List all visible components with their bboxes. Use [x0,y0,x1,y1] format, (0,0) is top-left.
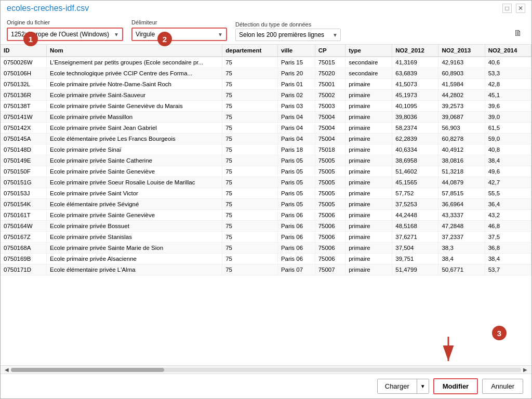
table-cell: 36,4 [485,199,531,210]
table-cell: primaire [345,166,392,177]
table-cell: 75003 [315,101,345,112]
table-cell: 47,2848 [438,221,485,232]
table-cell: 75005 [315,199,345,210]
table-cell: 75020 [315,68,345,79]
table-cell: Ecole primaire privée Saint Jean Gabriel [47,123,222,134]
scroll-thumb[interactable] [11,368,164,372]
close-button[interactable]: ✕ [516,4,525,13]
table-cell: 75005 [315,188,345,199]
table-row: 0750164WEcole primaire privée Bossuet75P… [1,221,531,232]
detection-select-wrap: Selon les 200 premières lignes Selon les… [235,29,341,41]
toolbar-right: 🗎 [511,28,525,39]
table-cell: 75 [222,134,278,144]
table-cell: 75007 [315,264,345,275]
table-cell: 37,504 [392,243,438,254]
table-cell: 40,1095 [392,101,438,112]
table-cell: 75 [222,112,278,123]
table-cell: 75 [222,144,278,155]
table-cell: Ecole primaire privée Sinaï [47,144,222,155]
charger-main-button[interactable]: Charger [378,379,417,393]
table-cell: 41,5073 [392,79,438,90]
table-cell: 75006 [315,254,345,264]
table-cell: 75 [222,123,278,134]
scroll-right-button[interactable]: ▶ [521,367,529,373]
table-cell: Ecole primaire privée Stanislas [47,232,222,243]
table-cell: 0750026W [1,57,47,68]
table-row: 0750132LEcole primaire privée Notre-Dame… [1,79,531,90]
table-cell: 59,0 [485,134,531,144]
table-cell: 75006 [315,221,345,232]
delimiter-group: Délimiteur Virgule Point-virgule Tabulat… [131,19,227,41]
table-cell: 75002 [315,90,345,101]
minimize-button[interactable]: □ [502,4,512,13]
scroll-left-button[interactable]: ◀ [3,367,11,373]
table-row: 0750169BEcole primaire privée Alsacienne… [1,254,531,264]
table-cell: 39,0687 [438,112,485,123]
table-cell: Paris 06 [277,210,315,221]
table-cell: 75001 [315,79,345,90]
annuler-button[interactable]: Annuler [482,379,523,394]
table-cell: 39,2573 [438,101,485,112]
table-cell: 51,4799 [392,264,438,275]
table-cell: 37,5253 [392,199,438,210]
table-cell: 0750164W [1,221,47,232]
table-cell: 51,4602 [392,166,438,177]
table-cell: Ecole primaire privée Sainte Geneviève d… [47,101,222,112]
table-container[interactable]: ID Nom departement ville CP type NO2_201… [1,44,531,365]
table-cell: 53,7 [485,264,531,275]
table-cell: 58,2374 [392,123,438,134]
delimiter-select-wrap: Virgule Point-virgule Tabulation Espace … [131,28,227,41]
table-cell: 38,6958 [392,155,438,166]
table-cell: 57,8515 [438,188,485,199]
table-cell: 75018 [315,144,345,155]
table-cell: Paris 05 [277,177,315,188]
horizontal-scrollbar[interactable]: ◀ ▶ [1,365,531,374]
table-cell: Paris 04 [277,112,315,123]
table-cell: 75 [222,177,278,188]
detection-select[interactable]: Selon les 200 premières lignes Selon les… [235,29,341,41]
scroll-track[interactable] [11,368,521,372]
main-window: ecoles-creches-idf.csv □ ✕ Origine du fi… [0,0,532,399]
delimiter-select[interactable]: Virgule Point-virgule Tabulation Espace [132,29,226,40]
col-id: ID [1,45,47,57]
modifier-button[interactable]: Modifier [433,378,478,394]
table-cell: 75006 [315,243,345,254]
table-cell: 43,2 [485,210,531,221]
title-bar: ecoles-creches-idf.csv □ ✕ [1,1,531,16]
table-cell: 55,5 [485,188,531,199]
table-cell: Paris 06 [277,221,315,232]
table-cell: 0750149E [1,155,47,166]
export-button[interactable]: 🗎 [511,28,525,39]
col-nom: Nom [47,45,222,57]
table-cell: 0750153J [1,188,47,199]
col-no2-2014: NO2_2014 [485,45,531,57]
table-cell: 41,3169 [392,57,438,68]
table-cell: 51,3218 [438,166,485,177]
table-row: 0750171DEcole élémentaire privée L'Alma7… [1,264,531,275]
window-title: ecoles-creches-idf.csv [7,4,89,13]
table-cell: 75 [222,155,278,166]
table-cell: 75 [222,254,278,264]
table-cell: 61,5 [485,123,531,134]
table-cell: Ecole primaire privée Saint Victor [47,188,222,199]
col-no2-2012: NO2_2012 [392,45,438,57]
col-no2-2013: NO2_2013 [438,45,485,57]
table-row: 0750149EEcole primaire privée Sainte Cat… [1,155,531,166]
charger-split-button[interactable]: Charger ▼ [377,379,429,394]
table-cell: 0750132L [1,79,47,90]
table-cell: 45,1973 [392,90,438,101]
table-cell: Ecole élémentaire privée Les Francs Bour… [47,134,222,144]
table-cell: primaire [345,112,392,123]
table-header: ID Nom departement ville CP type NO2_201… [1,45,531,57]
window-controls: □ ✕ [502,4,525,13]
table-cell: 75005 [315,155,345,166]
footer: Charger ▼ Modifier Annuler [1,374,531,398]
table-cell: Ecole élémentaire privée Sévigné [47,199,222,210]
header-row: ID Nom departement ville CP type NO2_201… [1,45,531,57]
table-row: 0750153JEcole primaire privée Saint Vict… [1,188,531,199]
modifier-arrow [433,334,464,365]
charger-dropdown-button[interactable]: ▼ [417,379,429,393]
table-cell: 75 [222,90,278,101]
origine-select[interactable]: 1252: Europe de l'Ouest (Windows) UTF-8 … [8,29,122,40]
table-row: 0750138TEcole primaire privée Sainte Gen… [1,101,531,112]
